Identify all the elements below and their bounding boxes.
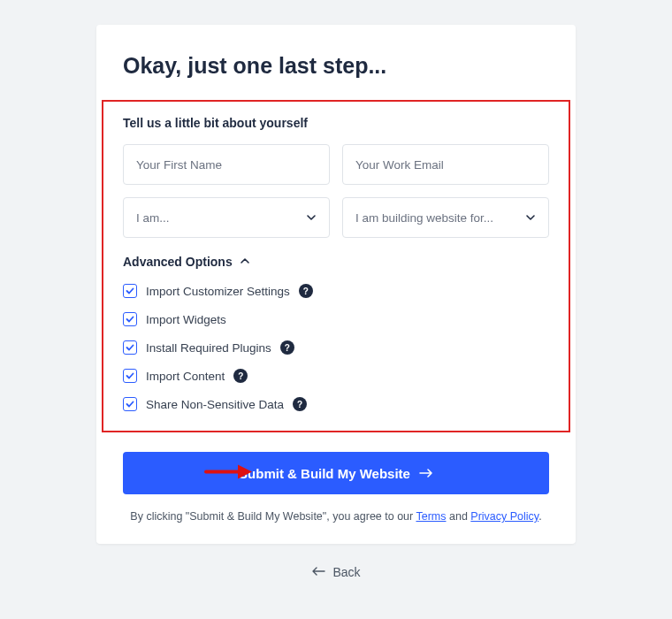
setup-card: Okay, just one last step... Tell us a li… [96,25,576,544]
advanced-options-toggle[interactable]: Advanced Options [123,254,549,270]
page-title: Okay, just one last step... [123,53,549,79]
option-label: Import Content [146,370,225,383]
checkbox-import-customizer[interactable] [123,284,137,298]
chevron-down-icon [525,212,536,223]
svg-marker-1 [238,465,252,479]
help-icon[interactable]: ? [293,397,307,411]
checkbox-share-data[interactable] [123,397,137,411]
help-icon[interactable]: ? [299,284,313,298]
checkbox-install-plugins[interactable] [123,340,137,355]
first-name-field[interactable] [123,144,330,185]
option-label: Import Customizer Settings [146,285,290,298]
arrow-right-icon [419,466,433,481]
option-label: Share Non-Sensitive Data [146,398,284,411]
arrow-left-icon [311,565,325,579]
form-highlight-box: Tell us a little bit about yourself I am… [102,100,570,432]
name-email-row [123,144,549,185]
building-for-select[interactable]: I am building website for... [342,197,549,238]
about-yourself-label: Tell us a little bit about yourself [123,116,549,130]
terms-link[interactable]: Terms [416,510,446,523]
option-label: Install Required Plugins [146,341,271,355]
work-email-field[interactable] [342,144,549,185]
agree-suffix: . [538,510,541,523]
submit-label: Submit & Build My Website [239,466,410,481]
chevron-down-icon [306,212,317,223]
advanced-options-label: Advanced Options [123,255,233,269]
submit-button[interactable]: Submit & Build My Website [123,452,549,494]
option-label: Import Widgets [146,313,226,326]
help-icon[interactable]: ? [280,340,294,355]
option-import-customizer: Import Customizer Settings ? [123,284,549,298]
red-arrow-annotation [204,462,254,485]
privacy-link[interactable]: Privacy Policy [470,510,538,523]
back-button[interactable]: Back [96,565,576,579]
agree-prefix: By clicking "Submit & Build My Website",… [130,510,416,523]
first-name-input[interactable] [136,158,317,172]
option-install-plugins: Install Required Plugins ? [123,340,549,355]
checkbox-import-widgets[interactable] [123,312,137,326]
work-email-input[interactable] [355,158,536,172]
checkbox-import-content[interactable] [123,369,137,383]
chevron-up-icon [240,254,250,270]
agree-and: and [447,510,471,523]
building-for-placeholder: I am building website for... [355,211,493,225]
role-select[interactable]: I am... [123,197,330,238]
help-icon[interactable]: ? [233,369,248,383]
role-select-placeholder: I am... [136,211,170,225]
option-import-widgets: Import Widgets [123,312,549,326]
agree-text: By clicking "Submit & Build My Website",… [123,510,549,523]
option-share-data: Share Non-Sensitive Data ? [123,397,549,411]
back-label: Back [332,565,360,579]
option-import-content: Import Content ? [123,369,549,383]
selects-row: I am... I am building website for... [123,197,549,238]
